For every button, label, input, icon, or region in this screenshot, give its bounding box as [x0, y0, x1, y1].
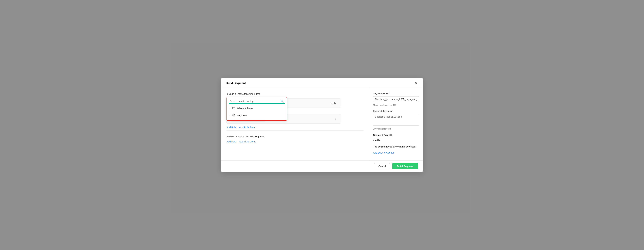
info-icon[interactable]: i	[390, 134, 392, 136]
segment-name-input[interactable]	[373, 96, 419, 102]
segment-desc-label: Segment description	[373, 110, 419, 112]
segment-name-label-text: Segment name	[373, 92, 388, 95]
exclude-section: And exclude all of the following rules: …	[226, 135, 364, 143]
exclude-add-rule-row: Add Rule Add Rule Group	[226, 140, 364, 143]
right-panel: Segment name * Maximum characters: 128 S…	[369, 88, 423, 160]
segment-size-label: Segment Size i	[373, 134, 419, 136]
search-input[interactable]	[229, 99, 285, 104]
modal-header: Build Segment ×	[221, 78, 423, 88]
close-button[interactable]: ×	[414, 81, 418, 85]
cancel-button[interactable]: Cancel	[374, 163, 390, 169]
include-label: Include all of the following rules:	[226, 93, 364, 95]
add-rule-button[interactable]: Add Rule	[226, 126, 236, 129]
main-content: Include all of the following rules: Carl…	[221, 88, 369, 160]
modal-title: Build Segment	[226, 82, 246, 85]
segments-pie-icon	[232, 114, 235, 117]
modal-body: Include all of the following rules: Carl…	[221, 88, 423, 160]
search-wrap: 🔍	[229, 99, 285, 104]
build-segment-button[interactable]: Build Segment	[392, 163, 418, 169]
svg-rect-2	[232, 107, 235, 109]
table-icon	[232, 107, 235, 110]
chevron-right-icon-1: ›	[230, 107, 230, 109]
exclude-add-rule-button[interactable]: Add Rule	[226, 140, 236, 143]
segment-size-label-text: Segment Size	[373, 134, 388, 136]
build-segment-modal: Build Segment × Include all of the follo…	[221, 78, 423, 172]
modal-overlay: Build Segment × Include all of the follo…	[0, 0, 644, 250]
exclude-add-rule-group-button[interactable]: Add Rule Group	[239, 140, 256, 143]
modal-footer: Cancel Build Segment	[221, 160, 423, 172]
segment-size-value: 75.1K	[373, 138, 419, 141]
max-chars-text: Maximum characters: 128	[373, 104, 419, 106]
required-star: *	[388, 92, 390, 95]
dropdown-item-table-attributes[interactable]: › Table Attributes	[227, 105, 287, 112]
add-rule-row: Add Rule Add Rule Group	[226, 126, 364, 129]
dropdown-item-table-label: Table Attributes	[237, 107, 253, 110]
exclude-label: And exclude all of the following rules:	[226, 135, 364, 138]
segment-desc-textarea[interactable]	[373, 114, 419, 126]
dropdown-item-segments[interactable]: › Segments	[227, 112, 287, 119]
add-rule-group-button[interactable]: Add Rule Group	[239, 126, 256, 129]
chars-left-text: 1000 characters left	[373, 128, 419, 130]
segment-name-label: Segment name *	[373, 92, 419, 95]
rule-count-1: 75147	[330, 102, 338, 104]
overlap-label: The segment you are editing overlaps:	[373, 145, 419, 148]
add-data-overlap-button[interactable]: Add Data to Overlap	[373, 151, 419, 154]
rule-count-2: 0	[335, 118, 338, 120]
search-box-wrap: 🔍	[227, 97, 287, 105]
dropdown-item-segments-label: Segments	[237, 114, 248, 117]
chevron-right-icon-2: ›	[230, 115, 230, 117]
search-dropdown: 🔍 ›	[226, 97, 287, 121]
